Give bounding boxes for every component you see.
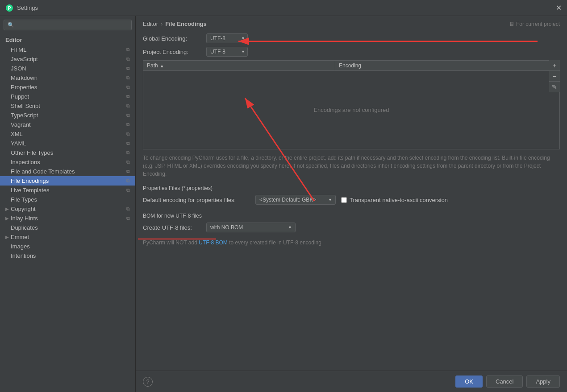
sidebar-item-label-images: Images: [11, 243, 30, 250]
close-button[interactable]: ✕: [556, 4, 562, 12]
remove-encoding-button[interactable]: −: [549, 71, 560, 82]
copy-icon-puppet: ⧉: [126, 94, 130, 99]
svg-text:P: P: [8, 6, 11, 11]
arrow-icon-copyright: ▶: [5, 206, 9, 211]
bom-select-wrapper: with NO BOM with BOM: [206, 223, 296, 232]
copy-icon-copyright: ⧉: [126, 206, 130, 212]
sidebar-item-label-file-encodings: File Encodings: [11, 177, 49, 184]
sidebar: Editor HTML ⧉ JavaScript ⧉ JSON ⧉ Markdo…: [0, 16, 136, 392]
sidebar-item-copyright[interactable]: ▶ Copyright ⧉: [0, 204, 135, 214]
sidebar-item-label-html: HTML: [11, 46, 26, 53]
sidebar-item-file-types[interactable]: File Types: [0, 195, 135, 204]
transparent-checkbox-wrapper: Transparent native-to-ascii conversion: [341, 197, 448, 203]
sidebar-item-label-live-templates: Live Templates: [11, 187, 49, 194]
sidebar-item-json[interactable]: JSON ⧉: [0, 64, 135, 73]
sidebar-item-label-javascript: JavaScript: [11, 56, 38, 62]
description-text: To change encoding PyCharm uses for a fi…: [136, 149, 567, 182]
copy-icon-xml: ⧉: [126, 131, 130, 137]
sidebar-item-yaml[interactable]: YAML ⧉: [0, 139, 135, 148]
sidebar-item-label-copyright: Copyright: [11, 206, 36, 212]
bom-section: BOM for new UTF-8 files Create UTF-8 fil…: [136, 210, 567, 239]
sidebar-item-duplicates[interactable]: Duplicates: [0, 223, 135, 232]
copy-icon-yaml: ⧉: [126, 140, 130, 146]
project-encoding-select[interactable]: UTF-8 UTF-16 ISO-8859-1 US-ASCII: [206, 47, 248, 57]
editor-section-header: Editor: [0, 34, 135, 45]
table-actions: + − ✎: [549, 60, 560, 92]
table-section: Path ▲ Encoding Encodings are not config…: [143, 60, 560, 149]
breadcrumb-info: 🖥 For current project: [509, 21, 560, 27]
sidebar-item-markdown[interactable]: Markdown ⧉: [0, 73, 135, 83]
sidebar-item-file-encodings[interactable]: File Encodings ⧉: [0, 176, 135, 186]
default-encoding-select[interactable]: <System Default: GBK> UTF-8 UTF-16 ISO-8…: [255, 195, 336, 205]
sidebar-item-other-file-types[interactable]: Other File Types ⧉: [0, 148, 135, 157]
sidebar-item-label-duplicates: Duplicates: [11, 224, 38, 231]
copy-icon-file-encodings: ⧉: [126, 178, 130, 184]
copy-icon-markdown: ⧉: [126, 75, 130, 81]
sidebar-item-file-and-code-templates[interactable]: File and Code Templates ⧉: [0, 167, 135, 176]
cancel-button[interactable]: Cancel: [486, 375, 523, 388]
sidebar-search-container: [0, 16, 135, 34]
copy-icon-properties: ⧉: [126, 84, 130, 90]
sidebar-item-intentions[interactable]: Intentions: [0, 251, 135, 260]
project-encoding-label: Project Encoding:: [143, 49, 201, 55]
sidebar-item-typescript[interactable]: TypeScript ⧉: [0, 111, 135, 120]
sidebar-item-inspections[interactable]: Inspections ⧉: [0, 157, 135, 167]
sidebar-item-shell-script[interactable]: Shell Script ⧉: [0, 101, 135, 111]
bom-note-prefix: PyCharm will NOT add: [143, 239, 199, 246]
search-input[interactable]: [4, 20, 132, 30]
sidebar-item-vagrant[interactable]: Vagrant ⧉: [0, 120, 135, 129]
copy-icon-file-and-code-templates: ⧉: [126, 169, 130, 174]
add-encoding-button[interactable]: +: [549, 60, 560, 71]
copy-icon-inlay-hints: ⧉: [126, 215, 130, 221]
bom-title: BOM for new UTF-8 files: [143, 213, 560, 219]
copy-icon-json: ⧉: [126, 66, 130, 71]
copy-icon-html: ⧉: [126, 47, 130, 53]
title-bar-title: Settings: [17, 4, 38, 11]
app-icon: P: [5, 4, 13, 12]
global-encoding-select-wrapper: UTF-8 UTF-16 ISO-8859-1 US-ASCII: [206, 33, 248, 43]
arrow-icon-emmet: ▶: [5, 235, 9, 239]
create-label: Create UTF-8 files:: [143, 224, 201, 231]
sidebar-item-properties[interactable]: Properties ⧉: [0, 83, 135, 92]
path-header-label: Path: [147, 62, 158, 69]
title-bar: P Settings ✕: [0, 0, 567, 16]
for-current-project-label: For current project: [516, 21, 560, 27]
breadcrumb: Editor › File Encodings 🖥 For current pr…: [136, 16, 567, 30]
sidebar-item-inlay-hints[interactable]: ▶ Inlay Hints ⧉: [0, 214, 135, 223]
sidebar-item-label-intentions: Intentions: [11, 252, 36, 259]
sidebar-item-xml[interactable]: XML ⧉: [0, 129, 135, 139]
transparent-label: Transparent native-to-ascii conversion: [350, 197, 448, 203]
help-button[interactable]: ?: [143, 377, 153, 387]
global-encoding-select[interactable]: UTF-8 UTF-16 ISO-8859-1 US-ASCII: [206, 33, 248, 43]
bottom-right: OK Cancel Apply: [455, 375, 560, 388]
sidebar-item-label-markdown: Markdown: [11, 74, 38, 81]
project-icon: 🖥: [509, 21, 514, 27]
copy-icon-shell-script: ⧉: [126, 103, 130, 109]
sidebar-item-label-shell-script: Shell Script: [11, 103, 40, 109]
sidebar-item-puppet[interactable]: Puppet ⧉: [0, 92, 135, 101]
global-encoding-row: Global Encoding: UTF-8 UTF-16 ISO-8859-1…: [143, 33, 560, 43]
copy-icon-live-templates: ⧉: [126, 187, 130, 193]
sidebar-item-emmet[interactable]: ▶ Emmet: [0, 232, 135, 242]
path-header-cell[interactable]: Path ▲: [143, 61, 335, 70]
sidebar-item-images[interactable]: Images: [0, 242, 135, 251]
copy-icon-typescript: ⧉: [126, 112, 130, 118]
edit-encoding-button[interactable]: ✎: [549, 82, 560, 92]
default-encoding-label: Default encoding for properties files:: [143, 197, 250, 203]
encoding-header-cell[interactable]: Encoding: [335, 61, 559, 70]
bom-select[interactable]: with NO BOM with BOM: [206, 223, 296, 232]
empty-message: Encodings are not configured: [313, 107, 389, 113]
sidebar-item-javascript[interactable]: JavaScript ⧉: [0, 54, 135, 64]
properties-title: Properties Files (*.properties): [143, 185, 560, 191]
sidebar-item-html[interactable]: HTML ⧉: [0, 45, 135, 54]
apply-button[interactable]: Apply: [526, 375, 560, 388]
sidebar-item-label-json: JSON: [11, 65, 26, 72]
bottom-bar: ? OK Cancel Apply: [136, 371, 567, 392]
copy-icon-other-file-types: ⧉: [126, 150, 130, 156]
sidebar-item-live-templates[interactable]: Live Templates ⧉: [0, 186, 135, 195]
encoding-settings: Global Encoding: UTF-8 UTF-16 ISO-8859-1…: [136, 30, 567, 60]
ok-button[interactable]: OK: [455, 375, 483, 388]
sidebar-item-label-puppet: Puppet: [11, 93, 29, 100]
transparent-checkbox[interactable]: [341, 197, 347, 203]
sidebar-item-label-yaml: YAML: [11, 140, 26, 147]
